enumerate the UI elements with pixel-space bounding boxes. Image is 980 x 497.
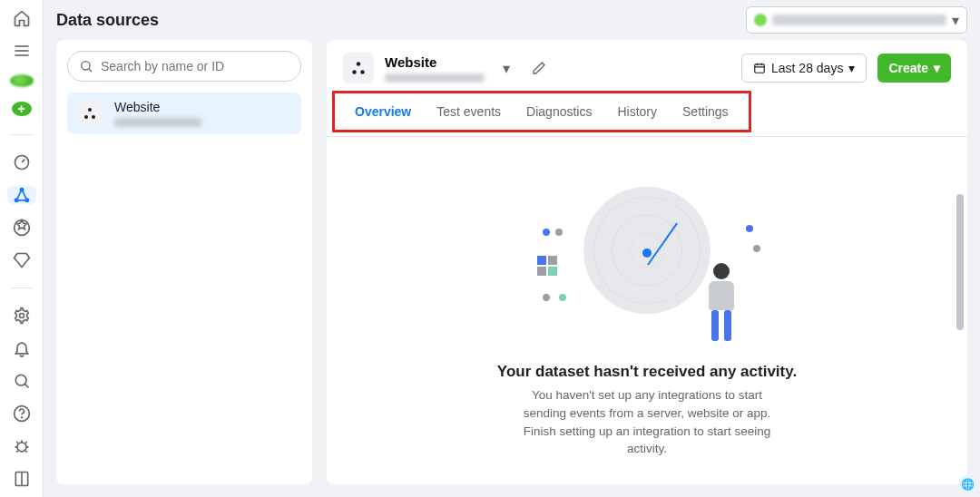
create-button[interactable]: Create ▾ [877, 54, 951, 83]
account-picker[interactable]: ▾ [746, 6, 967, 34]
empty-state: Your dataset hasn't received any activit… [327, 137, 967, 484]
tabs-highlight-box: Overview Test events Diagnostics History… [332, 91, 751, 132]
svg-line-10 [24, 384, 28, 387]
tab-diagnostics[interactable]: Diagnostics [514, 97, 604, 126]
data-sources-icon[interactable] [7, 186, 36, 204]
account-dot-icon [754, 14, 767, 26]
svg-point-20 [92, 115, 95, 119]
create-label: Create [888, 61, 928, 75]
data-source-name: Website [114, 100, 201, 114]
data-sources-sidebar: Website [56, 40, 312, 484]
empty-body: You haven't set up any integrations to s… [511, 386, 783, 457]
pixel-icon [76, 100, 103, 127]
gauge-icon[interactable] [11, 153, 33, 171]
svg-point-18 [88, 108, 92, 112]
data-source-item-label-group: Website [114, 100, 201, 127]
add-icon[interactable]: + [12, 102, 32, 116]
svg-point-12 [21, 417, 22, 418]
svg-point-9 [15, 375, 26, 385]
chevron-down-icon: ▾ [503, 60, 510, 77]
pencil-icon [532, 61, 546, 75]
date-range-label: Last 28 days [771, 61, 843, 75]
search-rail-icon[interactable] [11, 372, 33, 390]
tab-history[interactable]: History [604, 97, 670, 126]
chevron-down-icon: ▾ [848, 61, 855, 75]
globe-icon: 🌐 [961, 478, 975, 491]
bug-icon[interactable] [11, 437, 33, 455]
svg-point-8 [19, 314, 24, 318]
search-field[interactable] [67, 51, 301, 82]
chevron-down-icon: ▾ [952, 12, 959, 29]
source-subtitle-placeholder [385, 73, 485, 83]
tab-test-events[interactable]: Test events [424, 97, 514, 126]
empty-illustration [534, 178, 760, 350]
tab-overview[interactable]: Overview [342, 97, 424, 126]
chevron-down-icon: ▾ [934, 61, 940, 75]
source-type-icon [343, 53, 374, 83]
global-nav-rail: + [0, 0, 44, 497]
star-badge-icon[interactable] [11, 219, 33, 237]
account-name-placeholder [772, 15, 946, 25]
home-icon[interactable] [11, 9, 33, 27]
svg-point-23 [360, 70, 365, 74]
content-header: Website ▾ [327, 40, 967, 83]
source-dropdown-button[interactable]: ▾ [495, 57, 517, 79]
source-title: Website [385, 54, 485, 70]
data-source-item-website[interactable]: Website [67, 93, 301, 134]
svg-point-16 [82, 62, 90, 70]
scrollbar[interactable] [956, 194, 964, 466]
svg-point-21 [357, 62, 361, 66]
svg-point-13 [17, 443, 26, 452]
bell-icon[interactable] [11, 339, 33, 357]
edit-button[interactable] [528, 57, 550, 79]
account-avatar-icon[interactable] [10, 74, 34, 87]
book-icon[interactable] [11, 470, 33, 488]
search-icon [79, 59, 93, 73]
data-source-id-placeholder [114, 118, 201, 127]
diamond-icon[interactable] [11, 251, 33, 269]
help-icon[interactable] [11, 404, 33, 423]
topbar: Data sources ▾ [44, 0, 980, 40]
empty-heading: Your dataset hasn't received any activit… [497, 363, 797, 381]
tab-settings[interactable]: Settings [670, 97, 741, 126]
content-card: Website ▾ [327, 40, 967, 484]
search-input[interactable] [101, 59, 289, 73]
svg-point-19 [84, 115, 88, 119]
svg-rect-24 [755, 64, 765, 73]
scrollbar-thumb[interactable] [956, 194, 964, 330]
settings-icon[interactable] [11, 307, 33, 325]
page-title: Data sources [56, 11, 159, 30]
svg-line-17 [89, 69, 92, 72]
date-range-button[interactable]: Last 28 days ▾ [741, 54, 867, 83]
calendar-icon [753, 62, 766, 74]
globe-button[interactable]: 🌐 [958, 475, 976, 493]
menu-icon[interactable] [11, 42, 33, 60]
svg-point-22 [352, 70, 357, 74]
